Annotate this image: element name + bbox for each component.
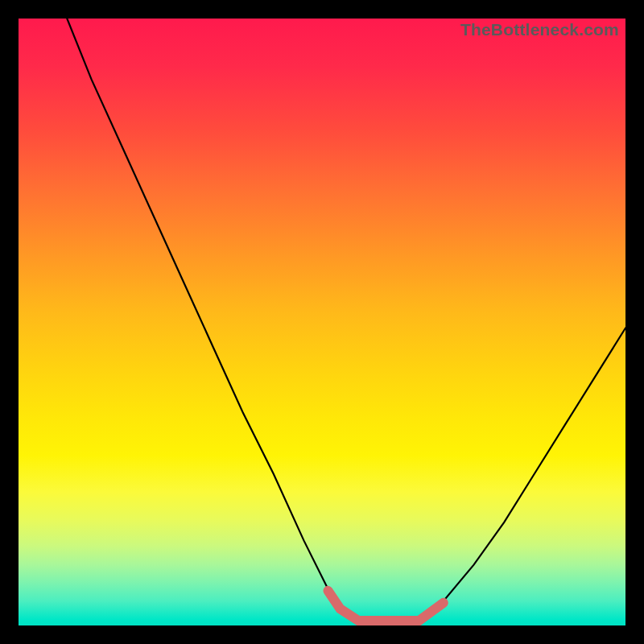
chart-frame: TheBottleneck.com: [0, 0, 644, 644]
bottleneck-curve: [19, 19, 625, 625]
plot-area: TheBottleneck.com: [19, 19, 625, 625]
watermark-text: TheBottleneck.com: [460, 20, 619, 39]
